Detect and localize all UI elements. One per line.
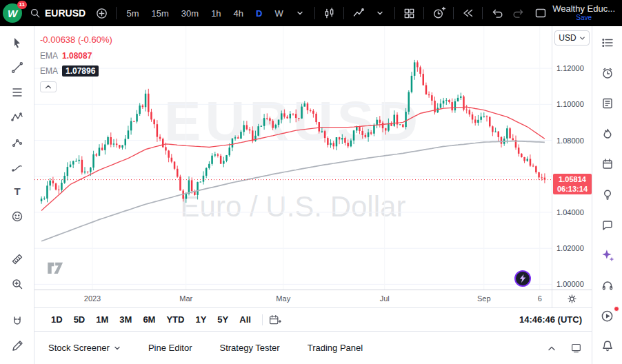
pattern-tool-button[interactable] [6,108,29,127]
divider [453,7,454,19]
hotlists-button[interactable] [597,124,618,143]
zoom-in-tool-button[interactable] [6,274,29,294]
last-price-badge: 1.05814 06:13:14 [553,174,592,194]
go-to-date-button[interactable] [268,314,281,326]
bottom-panel-tabs: Stock Screener Pine Editor Strategy Test… [34,331,592,364]
magnet-tool-button[interactable] [6,312,29,331]
fib-retracement-tool-button[interactable] [6,83,29,102]
time-axis[interactable]: 2023MarMayJulSep6 [34,290,592,307]
chat-button[interactable] [597,216,618,234]
watchlist-icon [601,36,614,50]
divider [116,7,117,19]
range-1y[interactable]: 1Y [190,312,212,327]
save-button[interactable]: Save [576,13,592,22]
time-axis-label: May [276,294,290,303]
interval-4h[interactable]: 4h [229,8,248,19]
maximize-panel-icon[interactable] [570,343,582,353]
ai-assistant-button[interactable] [597,246,618,265]
tab-strategy-tester[interactable]: Strategy Tester [219,343,279,353]
undo-button[interactable] [488,3,506,23]
cursor-tool-button[interactable] [6,33,29,52]
data-window-button[interactable] [597,94,618,112]
candles-style-icon [323,7,336,20]
measure-tool-button[interactable] [6,250,29,269]
ideas-button[interactable] [597,185,618,203]
tab-stock-screener[interactable]: Stock Screener [48,343,121,353]
range-6m[interactable]: 6M [137,312,161,327]
notifications-button[interactable] [597,337,618,356]
watchlist-button[interactable] [597,33,618,52]
ai-sparkle-icon [600,247,615,263]
chart-area[interactable]: EURUSD Euro / U.S. Dollar -0.00638 (-0.6… [34,26,592,290]
symbol-change: -0.00638 (-0.60%) [40,34,112,45]
forecast-tool-button[interactable] [6,132,29,152]
chevron-down-icon [114,345,121,352]
notification-count-badge: 11 [17,1,27,9]
chart-plot[interactable]: EURUSD Euro / U.S. Dollar -0.00638 (-0.6… [34,26,552,290]
indicators-menu-button[interactable] [371,3,390,23]
range-all[interactable]: All [234,312,257,327]
calendar-button[interactable] [597,154,618,173]
interval-15m[interactable]: 15m [147,8,174,19]
svg-text:T: T [14,185,20,197]
range-1m[interactable]: 1M [90,312,114,327]
help-button[interactable] [597,276,618,295]
interval-30m[interactable]: 30m [177,8,203,19]
symbol-search-button[interactable]: EURUSD [25,3,90,23]
logo-letter: W [8,8,17,19]
ema-slow-row[interactable]: EMA 1.07896 [40,65,112,77]
interval-1w[interactable]: W [270,8,288,19]
drawing-mode-button[interactable] [6,336,29,356]
interval-5m[interactable]: 5m [121,8,143,19]
ruler-icon [10,252,24,266]
tab-label: Stock Screener [48,343,110,353]
quick-action-button[interactable] [514,270,531,287]
select-layout-button[interactable] [531,3,550,23]
brush-tool-button[interactable] [6,157,29,176]
trend-line-tool-button[interactable] [6,58,29,77]
tab-trading-panel[interactable]: Trading Panel [308,343,363,353]
chart-style-button[interactable] [320,3,339,23]
tradingview-logo[interactable] [46,261,68,277]
range-3m[interactable]: 3M [114,312,137,327]
tab-pine-editor[interactable]: Pine Editor [148,343,192,353]
lightning-icon [519,274,527,283]
emoji-tool-button[interactable] [6,207,29,226]
layout-grid-button[interactable] [400,3,419,23]
interval-menu-button[interactable] [291,3,310,23]
range-5d[interactable]: 5D [68,312,91,327]
zoom-in-icon [10,277,24,291]
range-1d[interactable]: 1D [46,312,68,327]
alarm-clock-icon [601,66,614,80]
redo-button[interactable] [510,3,528,23]
session-clock[interactable]: 14:46:46 (UTC) [519,314,585,325]
layout-square-icon [534,6,548,20]
currency-toggle-button[interactable]: USD [554,30,590,46]
divider [423,7,424,19]
right-sidebar [592,26,622,364]
alerts-button[interactable] [597,63,618,82]
bar-replay-icon [461,6,474,20]
price-tick-label: 1.10000 [556,100,584,108]
create-alert-button[interactable] [429,3,448,23]
chart-legend: -0.00638 (-0.60%) EMA 1.08087 EMA 1.0789… [40,34,112,92]
tutorials-button[interactable] [597,307,618,325]
collapse-legend-button[interactable] [40,81,57,92]
bar-replay-button[interactable] [459,3,477,23]
interval-1d-active[interactable]: D [251,8,267,19]
ema-label: EMA [40,51,58,61]
expand-panel-icon[interactable] [547,344,556,352]
indicators-button[interactable] [349,3,368,23]
scale-settings-corner[interactable] [552,290,592,307]
range-5y[interactable]: 5Y [212,312,234,327]
interval-1h[interactable]: 1h [206,8,225,19]
range-ytd[interactable]: YTD [161,312,190,327]
price-scale[interactable]: USD 1.120001.100001.080001.060001.040001… [552,26,592,290]
chevron-down-icon [297,10,303,17]
data-window-icon [601,97,614,110]
account-menu[interactable]: Wealthy Educ... Save [552,4,616,22]
text-tool-button[interactable]: T [6,182,29,201]
broker-logo[interactable]: W 11 [3,3,22,23]
compare-add-button[interactable] [92,3,111,23]
ema-fast-row[interactable]: EMA 1.08087 [40,51,112,61]
